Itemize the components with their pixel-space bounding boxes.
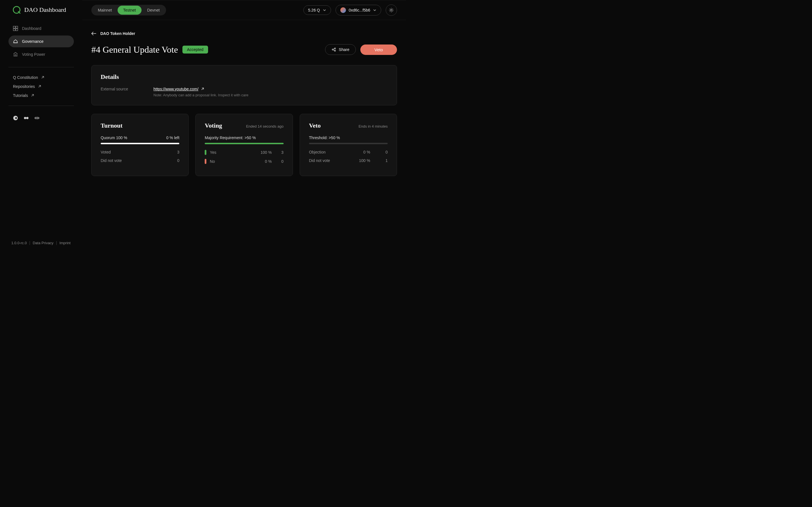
network-tabs: Mainnet Testnet Devnet [91,5,166,15]
page-title: #4 General Update Vote [91,45,178,55]
external-source-link[interactable]: https://www.youtube.com/ [153,87,248,91]
sidebar-item-dashboard[interactable]: Dashboard [8,22,74,34]
veto-card: Veto Ends in 4 minutes Threshold: >50 % … [300,114,397,176]
veto-progress [309,143,388,144]
voting-progress [205,143,283,144]
external-link-icon [31,94,34,97]
veto-notvoted-pct: 100 % [338,158,370,163]
svg-point-9 [391,9,392,11]
objection-count: 0 [373,150,388,154]
divider [8,67,74,67]
veto-notvoted-label: Did not vote [309,158,335,163]
voted-label: Voted [101,150,167,154]
external-source-note: Note: Anybody can add a proposal link. I… [153,93,248,97]
social-icon-1[interactable] [13,115,18,121]
arrow-left-icon [91,32,96,36]
wallet-address: 0xd6c...f5b6 [349,8,370,12]
link-label: Q Constitution [13,75,38,80]
svg-rect-4 [16,29,18,31]
nav-label: Governance [22,39,43,44]
balance-dropdown[interactable]: 5.26 Q [303,5,331,15]
divider [8,106,74,106]
svg-rect-3 [13,29,15,31]
yes-label: Yes [210,150,251,155]
sidebar: DAO Dashboard Dashboard Governance Votin… [0,0,82,253]
svg-point-12 [335,50,336,51]
q-logo-icon [12,6,21,14]
nav-label: Dashboard [22,26,42,31]
social-icon-2[interactable] [24,115,29,121]
sidebar-item-governance[interactable]: Governance [8,36,74,47]
details-card: Details External source https://www.yout… [91,65,397,105]
svg-point-8 [26,117,29,119]
svg-point-11 [335,48,336,49]
link-repositories[interactable]: Repositories [13,82,69,91]
tab-devnet[interactable]: Devnet [142,6,165,15]
link-label: Tutorials [13,93,28,98]
topbar: Mainnet Testnet Devnet 5.26 Q 0xd6c...f5… [82,0,406,20]
external-link-icon [201,87,204,91]
yes-dot-icon [205,150,206,155]
imprint-link[interactable]: Imprint [59,241,71,245]
objection-label: Objection [309,150,335,154]
details-title: Details [101,73,388,80]
external-source-label: External source [101,87,128,91]
veto-threshold: Threshold: >50 % [309,135,340,140]
quorum-left: 0 % left [166,135,180,140]
social-icon-3[interactable] [35,115,40,121]
link-constitution[interactable]: Q Constitution [13,73,69,82]
dashboard-icon [13,26,18,31]
link-tutorials[interactable]: Tutorials [13,91,69,100]
veto-button[interactable]: Veto [360,45,397,55]
tab-testnet[interactable]: Testnet [117,6,142,15]
majority-requirement: Majority Requirement: >50 % [205,135,256,140]
svg-point-6 [15,117,17,119]
wallet-avatar-icon [340,7,346,13]
veto-title: Veto [309,122,321,129]
sidebar-item-voting-power[interactable]: Voting Power [8,48,74,60]
external-link-icon [38,85,41,88]
version: 1.0.0-rc.0 [11,241,27,245]
voting-power-icon [13,52,18,57]
turnout-card: Turnout Quorum 100 % 0 % left Voted 3 Di… [91,114,189,176]
no-dot-icon [205,159,206,164]
breadcrumb-label: DAO Token Holder [100,31,135,36]
no-label: No [210,159,251,164]
logo[interactable]: DAO Dashboard [0,6,82,22]
voting-title: Voting [205,122,222,129]
yes-pct: 100 % [255,150,272,155]
app-name: DAO Dashboard [24,6,66,13]
share-label: Share [339,47,349,52]
settings-button[interactable] [386,4,397,16]
data-privacy-link[interactable]: Data Privacy [33,241,54,245]
voted-count: 3 [171,150,179,154]
external-link-icon [41,76,44,79]
veto-time: Ends in 4 minutes [359,124,388,128]
wallet-dropdown[interactable]: 0xd6c...f5b6 [336,5,381,15]
voting-card: Voting Ended 14 seconds ago Majority Req… [195,114,293,176]
share-button[interactable]: Share [325,44,356,55]
notvoted-count: 0 [171,158,179,163]
chevron-down-icon [373,8,376,12]
nav-label: Voting Power [22,52,45,57]
svg-point-7 [24,117,26,119]
balance-value: 5.26 Q [308,8,320,12]
veto-notvoted-count: 1 [373,158,388,163]
turnout-progress [101,143,179,144]
share-icon [332,47,336,52]
no-count: 0 [275,159,284,164]
turnout-title: Turnout [101,122,179,129]
yes-count: 3 [275,150,284,155]
gear-icon [389,8,394,13]
governance-icon [13,39,18,44]
quorum-label: Quorum 100 % [101,135,127,140]
status-badge: Accepted [183,46,208,54]
notvoted-label: Did not vote [101,158,167,163]
no-pct: 0 % [255,159,272,164]
voting-time: Ended 14 seconds ago [246,124,284,128]
svg-rect-1 [13,26,15,28]
breadcrumb-back[interactable]: DAO Token Holder [91,31,397,36]
svg-rect-2 [16,26,18,28]
tab-mainnet[interactable]: Mainnet [92,6,117,15]
objection-pct: 0 % [338,150,370,154]
